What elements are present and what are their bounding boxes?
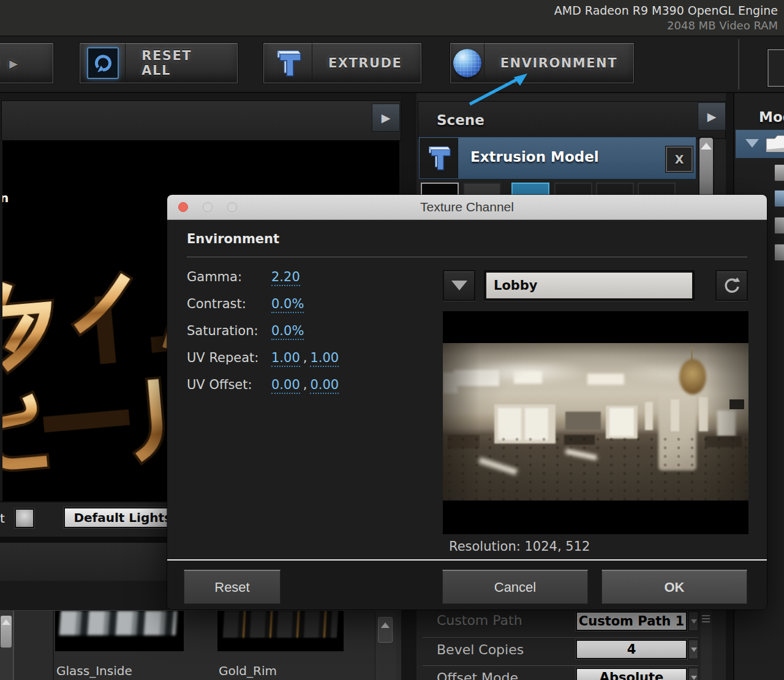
uv-repeat-label: UV Repeat: bbox=[187, 350, 258, 365]
reset-button[interactable]: Reset bbox=[184, 570, 281, 604]
bevel-copies-dropdown-icon[interactable] bbox=[688, 640, 698, 659]
materials-panel: Glass_Inside Gold_Rim bbox=[0, 610, 401, 680]
materials-right-scrollbar[interactable] bbox=[375, 611, 396, 680]
ok-button[interactable]: OK bbox=[601, 570, 747, 604]
gamma-label: Gamma: bbox=[187, 270, 242, 284]
bevel-copies-label: Bevel Copies bbox=[437, 642, 524, 657]
status-topbar: AMD Radeon R9 M390 OpenGL Engine 2048 MB… bbox=[0, 0, 784, 37]
properties-scrollbar[interactable] bbox=[701, 610, 712, 680]
toolbar-partial-button[interactable] bbox=[767, 49, 784, 87]
cancel-button[interactable]: Cancel bbox=[442, 570, 588, 604]
reset-button-label: Reset bbox=[214, 580, 249, 595]
model-item-icon[interactable] bbox=[774, 217, 784, 234]
redo-arrow-icon: ▶ bbox=[9, 57, 18, 70]
uv-repeat-x-link[interactable]: 1.00 bbox=[271, 350, 300, 367]
application-window: AMD Radeon R9 M390 OpenGL Engine 2048 MB… bbox=[0, 0, 784, 680]
model-item-icon-selected[interactable] bbox=[774, 190, 784, 207]
offset-mode-field[interactable]: Absolute bbox=[576, 668, 687, 680]
model-item-icon[interactable] bbox=[774, 244, 784, 261]
contrast-row: Contrast: 0.0% bbox=[187, 297, 438, 314]
scroll-up-icon bbox=[2, 619, 10, 625]
annotation-arrow bbox=[456, 60, 539, 112]
bevel-copies-field[interactable]: 4 bbox=[576, 640, 687, 659]
materials-left-scrollbar[interactable] bbox=[0, 611, 14, 680]
uv-offset-y-link[interactable]: 0.00 bbox=[310, 377, 339, 394]
uv-repeat-row: UV Repeat: 1.00,1.00 bbox=[187, 350, 438, 368]
dialog-title: Texture Channel bbox=[167, 200, 767, 214]
gamma-value-link[interactable]: 2.20 bbox=[271, 270, 300, 286]
texture-dropdown-button[interactable] bbox=[443, 270, 475, 301]
value-separator: , bbox=[303, 377, 307, 392]
texture-preview bbox=[443, 311, 748, 534]
texture-name-value: Lobby bbox=[486, 273, 692, 298]
offset-mode-value: Absolute bbox=[600, 670, 664, 680]
offset-mode-label: Offset Mode bbox=[437, 670, 518, 680]
contrast-value-link[interactable]: 0.0% bbox=[271, 297, 304, 313]
scene-collapse-button[interactable]: ▶ bbox=[698, 102, 726, 130]
model-item-icon[interactable] bbox=[774, 164, 784, 181]
material-label-gold: Gold_Rim bbox=[219, 663, 277, 678]
scene-item-extrusion-model[interactable]: Extrusion Model X bbox=[418, 137, 696, 179]
default-lights-label: Default Lights bbox=[74, 510, 172, 525]
uv-repeat-y-link[interactable]: 1.00 bbox=[310, 350, 339, 367]
saturation-label: Saturation: bbox=[187, 323, 258, 338]
contrast-label: Contrast: bbox=[187, 297, 246, 311]
row-divider bbox=[423, 637, 698, 638]
bevel-copies-value: 4 bbox=[627, 642, 636, 657]
delete-model-button[interactable]: X bbox=[666, 146, 693, 172]
extrusion-model-icon-cell bbox=[420, 138, 458, 178]
saturation-row: Saturation: 0.0% bbox=[187, 323, 438, 341]
value-separator: , bbox=[303, 350, 307, 365]
uv-offset-row: UV Offset: 0.00,0.00 bbox=[187, 377, 438, 395]
viewport-clipped-text: n bbox=[2, 191, 9, 205]
custom-path-label: Custom Path bbox=[437, 613, 522, 628]
scene-title: Scene bbox=[437, 112, 484, 128]
reload-texture-button[interactable] bbox=[715, 270, 748, 301]
ok-button-label: OK bbox=[665, 580, 685, 595]
extrusion-model-label: Extrusion Model bbox=[470, 149, 599, 165]
texture-channel-dialog: Texture Channel Environment Gamma: 2.20 … bbox=[167, 195, 767, 610]
gamma-row: Gamma: 2.20 bbox=[187, 270, 438, 287]
expand-triangle-icon bbox=[745, 139, 759, 148]
extrude-button[interactable]: EXTRUDE bbox=[263, 43, 421, 83]
lobby-panorama-image bbox=[443, 343, 748, 501]
extrusion-model-icon bbox=[426, 145, 451, 172]
extrude-label: EXTRUDE bbox=[312, 43, 418, 83]
material-thumbnail-glass[interactable] bbox=[55, 611, 184, 651]
dialog-titlebar[interactable]: Texture Channel bbox=[167, 195, 767, 220]
custom-path-value: Custom Path 1 bbox=[579, 614, 684, 629]
lights-clipped-label: t bbox=[0, 511, 5, 526]
redo-button[interactable]: EDO ▶ bbox=[0, 43, 53, 83]
material-thumbnail-gold[interactable] bbox=[217, 611, 344, 651]
uv-offset-x-link[interactable]: 0.00 bbox=[271, 377, 300, 394]
viewport-panel-header: ▶ bbox=[1, 100, 401, 141]
uv-offset-label: UV Offset: bbox=[187, 377, 252, 392]
cancel-button-label: Cancel bbox=[494, 580, 536, 595]
lights-checkbox[interactable] bbox=[15, 508, 34, 528]
reset-all-icon bbox=[87, 47, 119, 79]
folder-icon bbox=[765, 134, 784, 154]
models-panel-title: Mod bbox=[759, 109, 784, 125]
section-divider bbox=[187, 257, 747, 257]
reload-icon bbox=[723, 277, 741, 294]
custom-path-dropdown-icon[interactable] bbox=[688, 611, 698, 631]
gold-preview-image bbox=[223, 611, 338, 638]
dialog-footer: Reset Cancel OK bbox=[167, 561, 767, 610]
scroll-up-icon bbox=[381, 622, 390, 628]
environment-section-heading: Environment bbox=[187, 232, 279, 246]
material-label-glass: Glass_Inside bbox=[56, 663, 132, 678]
models-selected-row[interactable] bbox=[736, 130, 784, 158]
vram-text: 2048 MB Video RAM bbox=[667, 19, 778, 32]
toolbar-divider bbox=[738, 39, 739, 89]
saturation-value-link[interactable]: 0.0% bbox=[271, 323, 304, 340]
reset-all-label: RESET ALL bbox=[126, 43, 237, 83]
panel-divider bbox=[53, 611, 54, 680]
reset-all-button[interactable]: RESET ALL bbox=[80, 43, 238, 83]
scroll-up-icon bbox=[701, 143, 712, 149]
glass-preview-image bbox=[59, 611, 178, 635]
custom-path-field[interactable]: Custom Path 1 bbox=[576, 611, 687, 631]
offset-mode-dropdown-icon[interactable] bbox=[688, 668, 698, 680]
default-lights-field[interactable]: Default Lights bbox=[64, 507, 175, 528]
texture-name-field[interactable]: Lobby bbox=[484, 270, 695, 301]
viewport-collapse-button[interactable]: ▶ bbox=[372, 104, 400, 132]
